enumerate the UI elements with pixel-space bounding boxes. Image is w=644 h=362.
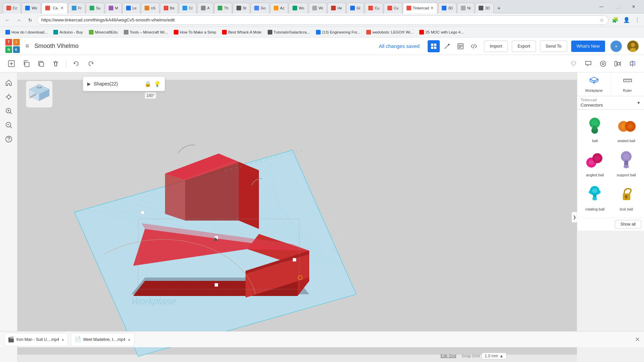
tab-tinkercad[interactable]: Tinkercad✕ <box>403 3 437 13</box>
edit-grid-link[interactable]: Edit Grid <box>440 354 456 358</box>
shapes-collapse-icon[interactable]: ▶ <box>87 81 91 86</box>
tab-st[interactable]: St <box>233 3 250 13</box>
shape-view-button[interactable] <box>454 40 467 52</box>
bookmark-best-whack[interactable]: Best Whack A Mole <box>219 28 264 36</box>
pickaxe-view-button[interactable] <box>441 40 453 52</box>
help-button[interactable] <box>2 133 15 145</box>
undo-button[interactable] <box>70 58 82 70</box>
menu-button[interactable]: ⋮ <box>635 17 640 23</box>
zoom-out-button[interactable] <box>2 119 15 131</box>
tab-active[interactable]: Ca ✕ <box>42 3 67 13</box>
import-button[interactable]: Import <box>484 41 508 52</box>
tab-le[interactable]: Le <box>122 3 140 13</box>
category-selector[interactable]: Tinkercad Connectors ▼ <box>577 96 644 110</box>
fit-view-button[interactable] <box>2 90 15 103</box>
panel-collapse-arrow[interactable]: ❯ <box>572 212 577 223</box>
download-item-1[interactable]: 🎬 Iron Man - Suit U....mp4 ▲ <box>4 333 68 346</box>
tab-az[interactable]: Az <box>270 3 288 13</box>
shape-support-ball[interactable]: support ball <box>611 146 642 179</box>
close-button[interactable]: ✕ <box>626 0 641 13</box>
bookmark-how-to-make[interactable]: How To Make a Simp <box>171 28 219 36</box>
shapes-light-icon[interactable]: 💡 <box>154 81 161 87</box>
tab-be[interactable]: Be <box>160 3 178 13</box>
tab-a[interactable]: A <box>197 3 213 13</box>
export-button[interactable]: Export <box>512 41 536 52</box>
minimize-button[interactable]: — <box>594 0 609 13</box>
forward-button[interactable]: → <box>14 15 23 25</box>
bookmark-wedobots[interactable]: wedobots: LEGO® Wi... <box>364 28 416 36</box>
copy-button[interactable] <box>20 58 32 70</box>
tab-gl[interactable]: Gl <box>346 3 364 13</box>
bookmark-tutorials[interactable]: Tutorials/Galacticra... <box>265 28 313 36</box>
tab-cc[interactable]: Cc <box>3 3 21 13</box>
grid-view-icon[interactable]: ≡ <box>25 43 29 50</box>
lightbulb-icon[interactable] <box>568 58 580 70</box>
address-bar[interactable]: https://www.tinkercad.com/things/kA48Aws… <box>37 15 608 25</box>
measure-icon[interactable] <box>597 58 609 70</box>
tab-cr[interactable]: Cr <box>179 3 197 13</box>
close-download-bar[interactable]: ✕ <box>635 336 640 343</box>
tab-web[interactable]: We <box>21 3 41 13</box>
zoom-in-button[interactable] <box>2 105 15 117</box>
tab-wi[interactable]: Wi <box>309 3 327 13</box>
back-button[interactable]: ← <box>3 15 12 25</box>
comment-icon[interactable] <box>582 58 594 70</box>
redo-button[interactable] <box>85 58 97 70</box>
profile-button[interactable]: 👤 <box>623 17 630 23</box>
tab-ns[interactable]: nS <box>141 3 159 13</box>
bookmark-how-download[interactable]: How do I download... <box>3 28 50 36</box>
tinkercad-logo[interactable]: T I N K <box>5 39 20 54</box>
add-user-icon[interactable]: + <box>610 41 622 52</box>
canvas-area[interactable]: Workplane TOP FRONT 18 <box>17 72 577 362</box>
delete-button[interactable] <box>50 58 62 70</box>
tab-cu1[interactable]: Cu <box>365 3 383 13</box>
mirror-icon[interactable] <box>627 58 639 70</box>
tab-fr[interactable]: Fr <box>68 3 85 13</box>
snap-grid-value-button[interactable]: 1.0 mm ▲ <box>482 353 506 359</box>
tab-cu2[interactable]: Cu <box>384 3 402 13</box>
shape-seated-ball[interactable]: seated ball <box>611 112 642 145</box>
new-shape-button[interactable] <box>5 58 17 70</box>
bookmark-tools[interactable]: Tools – Minecraft Wi... <box>121 28 170 36</box>
bookmark-arduino[interactable]: Arduino - Buy <box>51 28 86 36</box>
tab-he[interactable]: He <box>327 3 346 13</box>
tab-su[interactable]: Su <box>86 3 104 13</box>
grid-view-button[interactable] <box>428 40 440 52</box>
bookmark-minecraftedu[interactable]: MinecraftEdu <box>86 28 120 36</box>
align-icon[interactable] <box>612 58 624 70</box>
whats-new-button[interactable]: What's New <box>571 41 605 52</box>
reload-button[interactable]: ↻ <box>25 15 35 25</box>
tab-3d1[interactable]: 3D <box>438 3 457 13</box>
bookmark-facebook[interactable]: (13) Engineering For... <box>313 28 363 36</box>
download-chevron-1[interactable]: ▲ <box>61 338 64 341</box>
home-view-button[interactable] <box>2 76 15 89</box>
download-chevron-2[interactable]: ▲ <box>127 338 131 341</box>
tab-ni[interactable]: Ni <box>457 3 474 13</box>
shape-angled-ball[interactable]: angled ball <box>580 146 610 179</box>
workplane-button[interactable]: Workplane <box>577 72 611 96</box>
shapes-lock-icon[interactable]: 🔒 <box>145 81 151 87</box>
view-cube[interactable]: TOP FRONT <box>24 79 54 109</box>
shape-ball[interactable]: ball <box>580 112 610 145</box>
tab-close[interactable]: ✕ <box>60 6 64 10</box>
download-item-2[interactable]: 📄 Meet Madeline, t....mp4 ▲ <box>71 333 134 346</box>
category-dropdown-icon[interactable]: ▼ <box>637 101 641 105</box>
bookmark-star-icon[interactable]: ☆ <box>600 17 604 23</box>
shape-lock-ball[interactable]: lock ball <box>611 181 642 214</box>
tab-th[interactable]: Th <box>214 3 232 13</box>
tinkercad-tab-close[interactable]: ✕ <box>430 6 434 10</box>
bookmark-25moc[interactable]: 25 MOC with Lego 4... <box>417 28 466 36</box>
send-to-button[interactable]: Send To <box>540 41 567 52</box>
tab-3d2[interactable]: 3D <box>475 3 493 13</box>
tab-wo[interactable]: Wo <box>289 3 308 13</box>
tab-go[interactable]: Go <box>251 3 269 13</box>
shape-rotating-ball[interactable]: rotating ball <box>580 181 610 214</box>
maximize-button[interactable]: ⬜ <box>610 0 625 13</box>
extensions-button[interactable]: 🧩 <box>612 17 619 23</box>
ruler-button[interactable]: Ruler <box>611 72 644 96</box>
user-avatar[interactable] <box>627 41 639 52</box>
code-view-button[interactable] <box>468 40 480 52</box>
new-tab-button[interactable]: + <box>494 4 504 13</box>
tab-ma[interactable]: M <box>105 3 122 13</box>
show-all-button[interactable]: Show all <box>615 220 641 229</box>
